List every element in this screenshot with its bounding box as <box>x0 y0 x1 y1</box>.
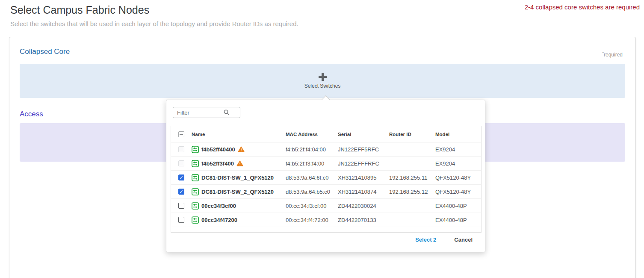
switch-picker-popover: Name MAC Address Serial Router ID Model <box>166 100 485 252</box>
model: QFX5120-48Y <box>435 189 481 195</box>
select-button[interactable]: Select 2 <box>415 237 436 243</box>
switch-name: 00cc34f3cf00 <box>201 203 236 209</box>
filter-input[interactable] <box>173 107 240 118</box>
row-checkbox[interactable] <box>178 174 184 180</box>
router-id: 192.168.255.12 <box>389 189 435 195</box>
table-header-row: Name MAC Address Serial Router ID Model <box>171 126 481 142</box>
switch-icon <box>192 202 199 210</box>
table-row[interactable]: f4b52ff3f400 f4:b5:2f:f3:f4:00 JN122EFFF… <box>171 157 481 171</box>
switch-icon <box>192 216 199 224</box>
mac-address: f4:b5:2f:f3:f4:00 <box>286 160 338 167</box>
switch-icon <box>192 146 199 153</box>
mac-address: 00:cc:34:f4:72:00 <box>286 217 338 223</box>
model: EX9204 <box>435 146 481 153</box>
serial-number: ZD4422030024 <box>338 203 389 209</box>
table-row[interactable]: f4b52ff40400 f4:b5:2f:f4:04:00 JN122EFF5… <box>171 142 481 157</box>
model: QFX5120-48Y <box>435 174 481 181</box>
warning-icon <box>236 160 243 166</box>
switch-name: f4b52ff3f400 <box>201 160 234 167</box>
serial-number: ZD4422070133 <box>338 217 389 223</box>
page-title: Select Campus Fabric Nodes <box>10 4 149 16</box>
table-row[interactable]: 00cc34f3cf00 00:cc:34:f3:cf:00 ZD4422030… <box>171 199 481 213</box>
serial-number: XH3121410895 <box>338 174 389 181</box>
required-label: *required <box>602 51 623 58</box>
popover-actions: Select 2 Cancel <box>415 237 473 243</box>
column-header-model: Model <box>435 132 481 137</box>
serial-number: XH3121410874 <box>338 189 389 195</box>
validation-message: 2-4 collapsed core switches are required <box>525 3 640 11</box>
mac-address: 00:cc:34:f3:cf:00 <box>286 203 338 209</box>
switch-table: Name MAC Address Serial Router ID Model <box>171 126 482 233</box>
filter-field-wrap <box>173 107 240 118</box>
select-switches-label: Select Switches <box>304 83 341 89</box>
router-id: 192.168.255.11 <box>389 174 435 181</box>
model: EX9204 <box>435 160 481 167</box>
column-header-mac: MAC Address <box>286 132 338 137</box>
switch-icon <box>192 188 199 195</box>
switch-name: DC81-DIST-SW_2_QFX5120 <box>201 189 274 195</box>
switch-name: f4b52ff40400 <box>201 146 235 153</box>
table-row[interactable]: 00cc34f47200 00:cc:34:f4:72:00 ZD4422070… <box>171 213 481 227</box>
mac-address: f4:b5:2f:f4:04:00 <box>286 146 338 153</box>
model: EX4400-48P <box>435 217 481 223</box>
column-header-router-id: Router ID <box>389 132 435 137</box>
row-checkbox[interactable] <box>178 203 184 209</box>
serial-number: JN122EFF5RFC <box>338 146 389 153</box>
mac-address: d8:53:9a:64:b5:c0 <box>286 189 338 195</box>
row-checkbox[interactable] <box>178 189 184 195</box>
add-icon <box>319 73 327 81</box>
table-body: f4b52ff40400 f4:b5:2f:f4:04:00 JN122EFF5… <box>171 142 481 227</box>
row-checkbox[interactable] <box>178 146 184 152</box>
search-icon <box>223 109 230 118</box>
cancel-button[interactable]: Cancel <box>454 237 473 243</box>
select-all-checkbox[interactable] <box>178 131 184 137</box>
page-subtitle: Select the switches that will be used in… <box>10 20 298 27</box>
table-row[interactable]: DC81-DIST-SW_1_QFX5120 d8:53:9a:64:6f:c0… <box>171 171 481 185</box>
switch-name: 00cc34f47200 <box>201 217 237 223</box>
model: EX4400-48P <box>435 203 481 209</box>
table-row[interactable]: DC81-DIST-SW_2_QFX5120 d8:53:9a:64:b5:c0… <box>171 185 481 199</box>
switch-name: DC81-DIST-SW_1_QFX5120 <box>201 174 274 181</box>
access-heading: Access <box>20 110 43 118</box>
row-checkbox[interactable] <box>178 217 184 223</box>
row-checkbox[interactable] <box>178 160 184 166</box>
column-header-name: Name <box>192 132 286 137</box>
warning-icon <box>238 146 245 152</box>
switch-icon <box>192 160 199 167</box>
mac-address: d8:53:9a:64:6f:c0 <box>286 174 338 181</box>
collapsed-core-heading: Collapsed Core <box>20 47 70 56</box>
serial-number: JN122EFFFRFC <box>338 160 389 167</box>
collapsed-core-select-switches-area[interactable]: Select Switches <box>20 64 625 98</box>
switch-icon <box>192 174 199 181</box>
column-header-serial: Serial <box>338 132 389 137</box>
